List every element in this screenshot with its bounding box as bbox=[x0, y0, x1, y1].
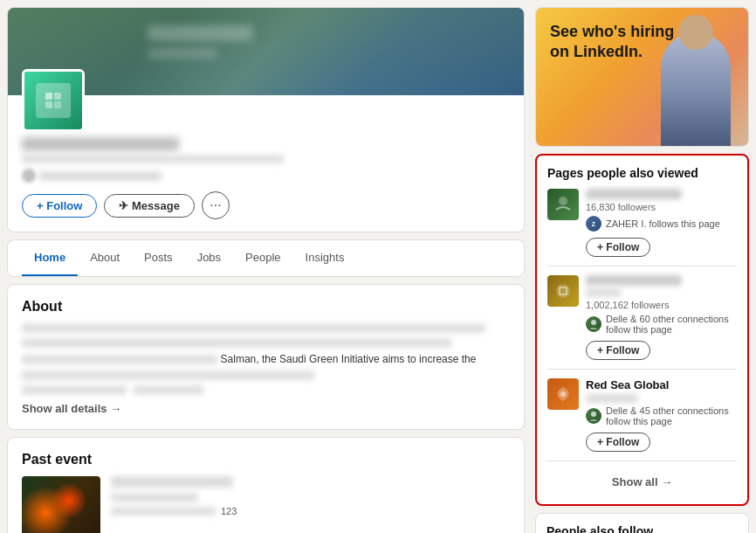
location-blur bbox=[39, 171, 162, 181]
follow-button[interactable]: + Follow bbox=[22, 194, 97, 218]
avatar bbox=[22, 69, 85, 132]
people-follow-title: People also follow bbox=[546, 524, 738, 533]
connection-avatar-2 bbox=[586, 316, 601, 332]
name-row bbox=[22, 137, 510, 151]
nav-tabs: Home About Posts Jobs People Insights bbox=[7, 239, 525, 277]
page-name-blur-1 bbox=[586, 189, 682, 199]
people-also-follow: People also follow i15 bbox=[535, 513, 749, 533]
cover-photo bbox=[8, 8, 524, 95]
ad-card[interactable]: See who's hiring on LinkedIn. bbox=[535, 7, 749, 147]
divider-3 bbox=[547, 460, 737, 461]
person-shape bbox=[661, 32, 731, 146]
event-sub-blur bbox=[111, 507, 216, 516]
about-inline-row: Salman, the Saudi Green Initiative aims … bbox=[22, 353, 510, 365]
page-item-2: 1,002,162 followers Delle & 60 other con… bbox=[547, 275, 737, 360]
tab-posts[interactable]: Posts bbox=[132, 240, 185, 276]
name-blur bbox=[22, 137, 179, 151]
zaher-text: ZAHER I. follows this page bbox=[606, 218, 720, 229]
pages-also-viewed: Pages people also viewed 16,830 follower… bbox=[535, 154, 749, 506]
follow-page-2-button[interactable]: + Follow bbox=[586, 341, 650, 360]
about-title: About bbox=[22, 299, 510, 315]
action-row: + Follow ✈ Message ··· bbox=[22, 191, 510, 219]
svg-point-6 bbox=[591, 320, 596, 325]
location-row bbox=[22, 169, 510, 183]
about-blur-6 bbox=[134, 385, 203, 395]
main-column: + Follow ✈ Message ··· Home About Posts … bbox=[7, 7, 525, 533]
svg-point-5 bbox=[556, 284, 570, 298]
connection-row-3: Delle & 45 other connections follow this… bbox=[586, 405, 737, 426]
svg-rect-3 bbox=[54, 101, 61, 108]
event-thumbnail bbox=[22, 476, 100, 533]
svg-point-7 bbox=[560, 391, 566, 397]
event-row: 123 bbox=[22, 476, 510, 533]
profile-info: + Follow ✈ Message ··· bbox=[22, 95, 510, 219]
page-item-info-1: 16,830 followers Z ZAHER I. follows this… bbox=[586, 189, 737, 257]
tab-insights[interactable]: Insights bbox=[293, 240, 357, 276]
avatar-icon bbox=[36, 83, 71, 118]
connection-avatar-3 bbox=[586, 408, 601, 424]
svg-rect-2 bbox=[45, 101, 52, 108]
page-logo-1 bbox=[547, 189, 579, 220]
cover-title-blur bbox=[148, 25, 252, 41]
page-name-3: Red Sea Global bbox=[586, 378, 737, 391]
past-event-title: Past event bbox=[22, 452, 510, 467]
tab-about[interactable]: About bbox=[78, 240, 132, 276]
about-blur-row bbox=[22, 385, 510, 395]
page-sub-blur-3 bbox=[586, 394, 638, 403]
about-blur-4 bbox=[22, 370, 314, 380]
page-name-blur-2 bbox=[586, 275, 682, 286]
ad-person bbox=[643, 24, 748, 146]
page-logo-3 bbox=[547, 378, 579, 410]
follow-page-1-button[interactable]: + Follow bbox=[586, 238, 650, 257]
event-title-blur bbox=[111, 476, 233, 488]
page-logo-2 bbox=[547, 275, 579, 307]
event-date-blur bbox=[111, 493, 198, 502]
about-blur-5 bbox=[22, 385, 127, 395]
cover-text bbox=[148, 25, 252, 59]
zaher-avatar: Z bbox=[586, 216, 601, 232]
tab-home[interactable]: Home bbox=[22, 240, 78, 276]
page-item-info-2: 1,002,162 followers Delle & 60 other con… bbox=[586, 275, 737, 360]
ad-line2: on LinkedIn. bbox=[550, 43, 643, 60]
about-blur-1 bbox=[22, 323, 485, 333]
profile-bottom: + Follow ✈ Message ··· bbox=[8, 95, 524, 232]
about-section: About Salman, the Saudi Green Initiative… bbox=[7, 284, 525, 430]
connection-row-1: Z ZAHER I. follows this page bbox=[586, 216, 737, 232]
page-followers-2: 1,002,162 followers bbox=[586, 300, 737, 310]
tab-jobs[interactable]: Jobs bbox=[185, 240, 233, 276]
pages-title: Pages people also viewed bbox=[547, 166, 737, 180]
follow-page-3-button[interactable]: + Follow bbox=[586, 433, 650, 452]
connection-row-2: Delle & 60 other connections follow this… bbox=[586, 314, 737, 335]
page-sub-blur-2 bbox=[586, 288, 621, 297]
sidebar: See who's hiring on LinkedIn. Pages peop… bbox=[535, 7, 749, 533]
tab-people[interactable]: People bbox=[233, 240, 292, 276]
svg-rect-1 bbox=[54, 93, 61, 100]
about-blur-2 bbox=[22, 338, 451, 348]
svg-point-8 bbox=[591, 412, 596, 417]
page-wrapper: + Follow ✈ Message ··· Home About Posts … bbox=[0, 0, 756, 533]
cover-sub-blur bbox=[148, 48, 217, 59]
profile-card: + Follow ✈ Message ··· bbox=[7, 7, 525, 232]
svg-point-4 bbox=[559, 197, 567, 205]
page-item-1: 16,830 followers Z ZAHER I. follows this… bbox=[547, 189, 737, 257]
event-info: 123 bbox=[111, 476, 510, 516]
location-dot bbox=[22, 169, 36, 183]
past-event-section: Past event 123 Show all events → bbox=[7, 437, 525, 533]
show-all-details[interactable]: Show all details → bbox=[22, 402, 510, 415]
divider-1 bbox=[547, 266, 737, 266]
show-all-pages-button[interactable]: Show all → bbox=[547, 470, 737, 494]
svg-rect-0 bbox=[45, 93, 52, 100]
connection-text-3: Delle & 45 other connections follow this… bbox=[606, 405, 737, 426]
more-button[interactable]: ··· bbox=[202, 191, 230, 219]
page-item-info-3: Red Sea Global Delle & 45 other connecti… bbox=[586, 378, 737, 452]
connection-text-2: Delle & 60 other connections follow this… bbox=[606, 314, 737, 335]
event-thumb-inner bbox=[22, 476, 100, 533]
about-blur-3a bbox=[22, 355, 217, 364]
page-item-3: Red Sea Global Delle & 45 other connecti… bbox=[547, 378, 737, 452]
event-details-row: 123 bbox=[111, 506, 510, 516]
message-button[interactable]: ✈ Message bbox=[104, 194, 195, 218]
desc-blur bbox=[22, 155, 284, 163]
divider-2 bbox=[547, 369, 737, 370]
page-followers-1: 16,830 followers bbox=[586, 202, 737, 212]
avatar-inner bbox=[24, 72, 82, 129]
